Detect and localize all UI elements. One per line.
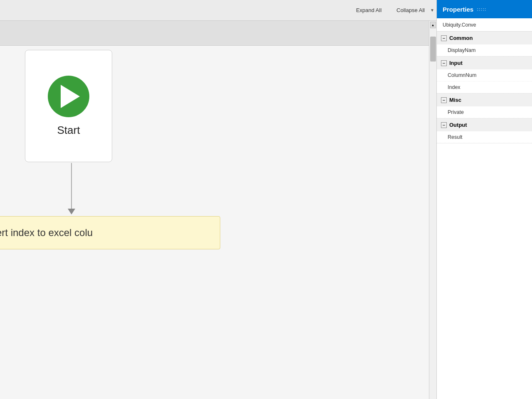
scrollbar-arrow-up-icon[interactable]: ▲ [430, 22, 436, 28]
prop-section-misc: − Misc Private [437, 94, 532, 118]
properties-header: Properties ::::: [437, 0, 532, 18]
prop-section-label-input: Input [449, 60, 463, 66]
prop-row-output-0[interactable]: Result [437, 131, 532, 143]
collapse-output-button[interactable]: − [441, 122, 447, 128]
prop-section-output: − Output Result [437, 118, 532, 143]
collapse-common-button[interactable]: − [441, 35, 447, 41]
main-canvas: Expand All Collapse All ▼ Start [0, 0, 436, 399]
properties-namespace: Ubiquity.Conve [437, 18, 532, 32]
toolbar-area: Expand All Collapse All ▼ [0, 0, 436, 21]
workflow-content: Start ert index to excel colu [0, 21, 429, 399]
excel-node[interactable]: ert index to excel colu [0, 216, 220, 249]
prop-row-label-misc-0: Private [448, 109, 464, 115]
start-label: Start [57, 124, 80, 137]
prop-row-input-1[interactable]: Index [437, 81, 532, 93]
collapse-misc-button[interactable]: − [441, 97, 447, 103]
properties-body: − Common DisplayNam − Input ColumnNumInd… [437, 32, 532, 399]
properties-title: Properties [443, 6, 473, 13]
prop-row-label-common-0: DisplayNam [448, 47, 475, 53]
scrollbar-thumb[interactable] [430, 37, 436, 62]
prop-section-label-common: Common [449, 35, 473, 41]
properties-grip-icon: ::::: [477, 7, 486, 12]
prop-row-label-input-1: Index [448, 84, 461, 90]
prop-section-label-output: Output [449, 122, 467, 128]
play-triangle-icon [61, 85, 80, 108]
connector-arrow [68, 163, 75, 214]
prop-section-label-misc: Misc [449, 97, 461, 103]
prop-section-input: − Input ColumnNumIndex [437, 57, 532, 94]
prop-section-header-output[interactable]: − Output [437, 118, 532, 131]
start-node[interactable]: Start [25, 50, 112, 162]
prop-section-header-misc[interactable]: − Misc [437, 94, 532, 106]
collapse-input-button[interactable]: − [441, 60, 447, 66]
prop-row-label-input-0: ColumnNum [448, 72, 476, 78]
prop-row-common-0[interactable]: DisplayNam [437, 44, 532, 56]
prop-section-header-input[interactable]: − Input [437, 57, 532, 69]
canvas-vertical-scrollbar[interactable]: ▲ [429, 21, 436, 399]
connector-line-segment [71, 163, 72, 209]
prop-section-common: − Common DisplayNam [437, 32, 532, 57]
properties-panel: Properties ::::: Ubiquity.Conve − Common… [436, 0, 532, 399]
prop-section-header-common[interactable]: − Common [437, 32, 532, 44]
connector-arrowhead-icon [68, 209, 75, 214]
excel-node-label: ert index to excel colu [0, 227, 93, 239]
start-icon [48, 76, 89, 117]
prop-row-label-output-0: Result [448, 134, 462, 140]
expand-all-button[interactable]: Expand All [353, 5, 385, 15]
prop-row-misc-0[interactable]: Private [437, 106, 532, 118]
collapse-all-button[interactable]: Collapse All [393, 5, 428, 15]
dropdown-arrow-icon[interactable]: ▼ [428, 6, 436, 15]
prop-row-input-0[interactable]: ColumnNum [437, 69, 532, 81]
canvas-work-area: Start ert index to excel colu ▲ [0, 21, 436, 399]
